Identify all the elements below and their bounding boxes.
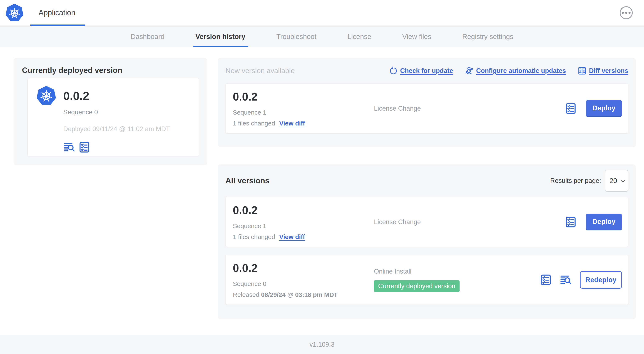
version-history-page: Application Dashboard Version history Tr…	[0, 0, 644, 354]
page-footer: v1.109.3	[0, 335, 644, 354]
more-options-button[interactable]	[620, 6, 633, 19]
all-versions-panel: All versions Results per page: 20 0.0.2 …	[218, 164, 636, 319]
kubernetes-app-icon	[36, 86, 56, 106]
preflight-checks-icon[interactable]	[565, 102, 577, 115]
version-row-sequence-1: 0.0.2 Sequence 1 1 files changed View di…	[226, 197, 628, 247]
active-app-underline	[30, 25, 85, 26]
deploy-logs-icon[interactable]	[63, 141, 75, 153]
files-changed-label: 1 files changed	[233, 233, 275, 240]
tab-dashboard[interactable]: Dashboard	[131, 26, 164, 47]
deploy-button[interactable]: Deploy	[586, 100, 622, 117]
nav-tabs: Dashboard Version history Troubleshoot L…	[0, 26, 644, 47]
new-version-heading: New version available	[226, 67, 295, 75]
auto-update-clock-icon	[465, 66, 474, 75]
deployed-version-number: 0.0.2	[63, 90, 170, 102]
version-source-label: Online Install	[374, 268, 412, 275]
deploy-logs-icon[interactable]	[560, 274, 572, 286]
ellipsis-icon	[625, 12, 627, 14]
currently-deployed-panel: Currently deployed version 0.0.2 Sequenc…	[14, 58, 207, 165]
tab-registry-settings[interactable]: Registry settings	[462, 26, 513, 47]
preflight-checks-icon[interactable]	[565, 216, 577, 228]
preflight-checks-icon[interactable]	[540, 274, 552, 286]
tab-version-history[interactable]: Version history	[196, 26, 245, 47]
diff-icon	[578, 66, 586, 75]
refresh-icon	[389, 66, 398, 75]
configure-automatic-updates-link[interactable]: Configure automatic updates	[465, 66, 566, 75]
version-row-sequence-0: 0.0.2 Sequence 0 Released 08/29/24 @ 03:…	[226, 255, 628, 305]
currently-deployed-card: 0.0.2 Sequence 0 Deployed 09/11/24 @ 11:…	[28, 78, 199, 156]
results-per-page-select[interactable]: 20	[605, 170, 628, 192]
deploy-button[interactable]: Deploy	[586, 214, 622, 230]
all-versions-title: All versions	[226, 176, 270, 185]
version-source-label: License Change	[374, 105, 421, 112]
version-sequence: Sequence 1	[233, 109, 374, 116]
currently-deployed-badge: Currently deployed version	[374, 280, 460, 292]
view-diff-link[interactable]: View diff	[279, 233, 305, 240]
ellipsis-icon	[628, 12, 630, 14]
results-per-page-label: Results per page:	[550, 177, 601, 185]
deployed-timestamp: Deployed 09/11/24 @ 11:02 am MDT	[63, 125, 170, 133]
version-sequence: Sequence 1	[233, 222, 374, 230]
version-number: 0.0.2	[233, 91, 374, 102]
released-timestamp: Released 08/29/24 @ 03:18 pm MDT	[233, 291, 374, 298]
app-header: Application	[0, 0, 644, 26]
tab-view-files[interactable]: View files	[402, 26, 431, 47]
currently-deployed-title: Currently deployed version	[22, 66, 122, 75]
version-number: 0.0.2	[233, 205, 374, 216]
tab-troubleshoot[interactable]: Troubleshoot	[276, 26, 316, 47]
chevron-down-icon	[621, 180, 625, 182]
check-for-update-link[interactable]: Check for update	[389, 66, 453, 75]
preflight-checks-icon[interactable]	[78, 141, 90, 153]
app-title-tab[interactable]: Application	[38, 0, 75, 26]
deployed-sequence: Sequence 0	[63, 109, 170, 116]
new-version-panel: New version available Check for update C…	[218, 58, 636, 147]
admin-console-version: v1.109.3	[310, 341, 334, 348]
files-changed-label: 1 files changed	[233, 120, 275, 127]
version-sequence: Sequence 0	[233, 280, 374, 287]
view-diff-link[interactable]: View diff	[279, 120, 305, 127]
diff-versions-link[interactable]: Diff versions	[578, 66, 628, 75]
new-version-card: 0.0.2 Sequence 1 1 files changed View di…	[226, 83, 628, 133]
kubernetes-logo-icon	[5, 3, 24, 22]
redeploy-button[interactable]: Redeploy	[580, 271, 622, 289]
ellipsis-icon	[622, 12, 624, 14]
version-source-label: License Change	[374, 218, 421, 226]
version-number: 0.0.2	[233, 262, 374, 273]
tab-license[interactable]: License	[347, 26, 371, 47]
